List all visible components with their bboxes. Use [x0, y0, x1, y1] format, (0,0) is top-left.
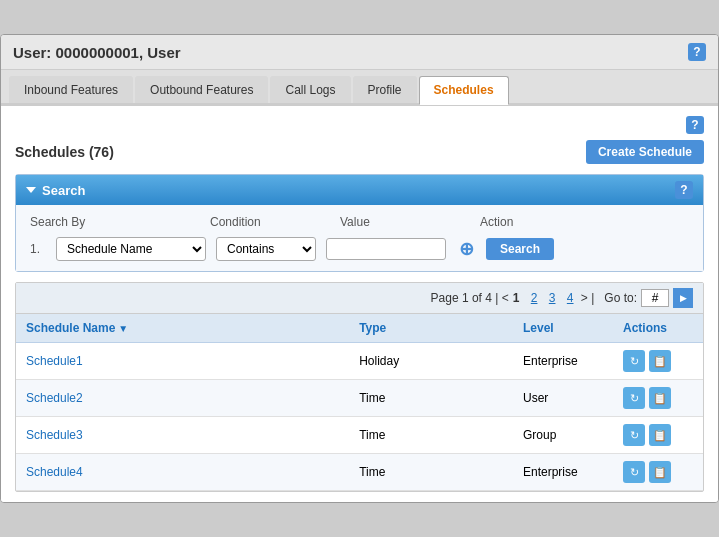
- page-sep2: [541, 291, 544, 305]
- create-schedule-button[interactable]: Create Schedule: [586, 140, 704, 164]
- schedule-type-cell: Time: [349, 454, 513, 491]
- page-3-link[interactable]: 3: [549, 291, 556, 305]
- search-row-1: 1. Schedule Name Type Level Contains Sta…: [30, 237, 689, 261]
- tab-inbound[interactable]: Inbound Features: [9, 76, 133, 103]
- search-by-select[interactable]: Schedule Name Type Level: [56, 237, 206, 261]
- tab-calllogs[interactable]: Call Logs: [270, 76, 350, 103]
- header-help-icon[interactable]: ?: [688, 43, 706, 61]
- table-area: Page 1 of 4 | < 1 2 3 4 > | Go to: Sched…: [15, 282, 704, 492]
- action-icons: ↻ 📋: [623, 350, 693, 372]
- schedule-level-cell: User: [513, 380, 613, 417]
- schedule-actions-cell: ↻ 📋: [613, 380, 703, 417]
- schedule-name-cell: Schedule1: [16, 343, 349, 380]
- search-column-headers: Search By Condition Value Action: [30, 215, 689, 229]
- schedule-name-link[interactable]: Schedule3: [26, 428, 83, 442]
- edit-icon[interactable]: ↻: [623, 387, 645, 409]
- action-icons: ↻ 📋: [623, 461, 693, 483]
- value-input[interactable]: [326, 238, 446, 260]
- condition-select[interactable]: Contains Starts With Ends With: [216, 237, 316, 261]
- schedule-actions-cell: ↻ 📋: [613, 343, 703, 380]
- table-row: Schedule4 Time Enterprise ↻ 📋: [16, 454, 703, 491]
- col-header-type: Type: [349, 314, 513, 343]
- schedules-header: Schedules (76) Create Schedule: [15, 140, 704, 164]
- delete-icon[interactable]: 📋: [649, 424, 671, 446]
- col-header-name[interactable]: Schedule Name: [16, 314, 349, 343]
- tab-outbound[interactable]: Outbound Features: [135, 76, 268, 103]
- col-header-level: Level: [513, 314, 613, 343]
- col-header-actions: Actions: [613, 314, 703, 343]
- main-container: User: 0000000001, User ? Inbound Feature…: [0, 34, 719, 503]
- search-by-header: Search By: [30, 215, 190, 229]
- schedule-actions-cell: ↻ 📋: [613, 454, 703, 491]
- schedule-actions-cell: ↻ 📋: [613, 417, 703, 454]
- content-help-row: ?: [15, 116, 704, 134]
- collapse-icon[interactable]: [26, 187, 36, 193]
- search-header-left: Search: [26, 183, 85, 198]
- page-title: User: 0000000001, User: [13, 44, 181, 61]
- page-2-link[interactable]: 2: [531, 291, 538, 305]
- table-row: Schedule3 Time Group ↻ 📋: [16, 417, 703, 454]
- search-button[interactable]: Search: [486, 238, 554, 260]
- schedule-name-link[interactable]: Schedule4: [26, 465, 83, 479]
- header-bar: User: 0000000001, User ?: [1, 35, 718, 70]
- schedules-count-title: Schedules (76): [15, 144, 114, 160]
- schedule-name-link[interactable]: Schedule2: [26, 391, 83, 405]
- tabs-bar: Inbound Features Outbound Features Call …: [1, 70, 718, 105]
- delete-icon[interactable]: 📋: [649, 387, 671, 409]
- schedule-name-link[interactable]: Schedule1: [26, 354, 83, 368]
- action-header: Action: [480, 215, 689, 229]
- schedule-type-cell: Time: [349, 417, 513, 454]
- search-header: Search ?: [16, 175, 703, 205]
- page-current[interactable]: 1: [513, 291, 520, 305]
- table-header-row: Schedule Name Type Level Actions: [16, 314, 703, 343]
- schedules-table: Schedule Name Type Level Actions Schedul…: [16, 314, 703, 491]
- content-help-icon[interactable]: ?: [686, 116, 704, 134]
- schedule-level-cell: Enterprise: [513, 454, 613, 491]
- pagination-bar: Page 1 of 4 | < 1 2 3 4 > | Go to:: [16, 283, 703, 314]
- delete-icon[interactable]: 📋: [649, 461, 671, 483]
- value-header: Value: [340, 215, 460, 229]
- search-body: Search By Condition Value Action 1. Sche…: [16, 205, 703, 271]
- tab-profile[interactable]: Profile: [353, 76, 417, 103]
- add-row-icon[interactable]: ⊕: [456, 239, 476, 259]
- schedule-level-cell: Group: [513, 417, 613, 454]
- schedule-type-cell: Time: [349, 380, 513, 417]
- edit-icon[interactable]: ↻: [623, 350, 645, 372]
- page-sep3: [559, 291, 562, 305]
- schedule-name-cell: Schedule4: [16, 454, 349, 491]
- schedule-level-cell: Enterprise: [513, 343, 613, 380]
- pagination-text: Page 1 of 4 | <: [431, 291, 509, 305]
- schedule-name-cell: Schedule2: [16, 380, 349, 417]
- tab-schedules[interactable]: Schedules: [419, 76, 509, 105]
- schedule-name-cell: Schedule3: [16, 417, 349, 454]
- content-area: ? Schedules (76) Create Schedule Search …: [1, 105, 718, 502]
- condition-header: Condition: [210, 215, 320, 229]
- table-row: Schedule2 Time User ↻ 📋: [16, 380, 703, 417]
- table-body: Schedule1 Holiday Enterprise ↻ 📋: [16, 343, 703, 491]
- page-4-link[interactable]: 4: [567, 291, 574, 305]
- search-header-label: Search: [42, 183, 85, 198]
- action-icons: ↻ 📋: [623, 424, 693, 446]
- edit-icon[interactable]: ↻: [623, 461, 645, 483]
- schedule-type-cell: Holiday: [349, 343, 513, 380]
- table-row: Schedule1 Holiday Enterprise ↻ 📋: [16, 343, 703, 380]
- delete-icon[interactable]: 📋: [649, 350, 671, 372]
- goto-button[interactable]: [673, 288, 693, 308]
- edit-icon[interactable]: ↻: [623, 424, 645, 446]
- goto-input[interactable]: [641, 289, 669, 307]
- search-help-icon[interactable]: ?: [675, 181, 693, 199]
- search-section: Search ? Search By Condition Value Actio…: [15, 174, 704, 272]
- action-icons: ↻ 📋: [623, 387, 693, 409]
- page-next: > | Go to:: [578, 291, 637, 305]
- row-number: 1.: [30, 242, 46, 256]
- page-sep: [523, 291, 526, 305]
